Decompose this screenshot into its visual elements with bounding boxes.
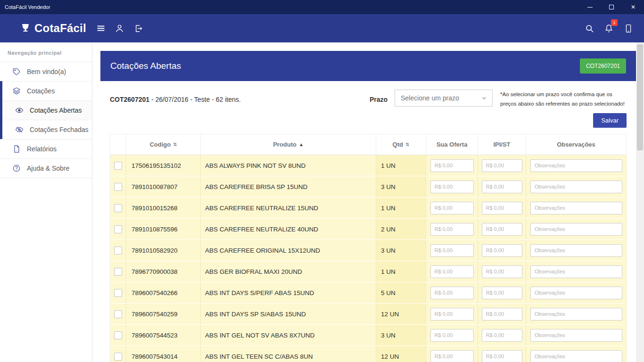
menu-icon[interactable] (95, 23, 107, 34)
offer-input[interactable] (430, 244, 474, 257)
row-ipi-cell (478, 197, 526, 218)
obs-input[interactable] (530, 287, 622, 299)
row-checkbox[interactable] (114, 162, 122, 170)
prazo-note: *Ao selecionar um prazo você confirma qu… (500, 90, 627, 108)
notification-badge: 1 (611, 19, 618, 26)
ipi-input[interactable] (482, 181, 522, 193)
column-label: Sua Oferta (437, 141, 468, 148)
offer-input[interactable] (430, 223, 474, 236)
table-header-observacoes: Observações (526, 134, 627, 155)
table-header-select (110, 134, 126, 155)
row-qtd: 5 UN (376, 282, 426, 303)
row-checkbox[interactable] (114, 268, 122, 276)
table-header-qtd[interactable]: Qtd ⇅ (376, 134, 426, 155)
row-checkbox[interactable] (114, 331, 122, 339)
obs-input[interactable] (530, 223, 622, 236)
ipi-input[interactable] (482, 329, 522, 342)
page-title: Cotações Abertas (110, 61, 181, 71)
offer-input[interactable] (430, 287, 474, 299)
sort-icon: ⇅ (173, 142, 177, 147)
row-checkbox[interactable] (114, 247, 122, 255)
sidebar-item-label: Cotações Abertas (30, 107, 82, 114)
sidebar-item-cotacoes[interactable]: Cotações (2, 81, 92, 100)
obs-input[interactable] (530, 329, 622, 342)
save-button[interactable]: Salvar (593, 113, 627, 128)
row-produto: ABS CAREFREE NEUTRALIZE 15UND (201, 197, 376, 218)
row-checkbox[interactable] (114, 289, 122, 297)
row-checkbox[interactable] (114, 225, 122, 233)
row-ipi-cell (478, 346, 526, 362)
obs-input[interactable] (530, 181, 622, 193)
row-ipi-cell (478, 261, 526, 282)
offer-input[interactable] (430, 265, 474, 278)
sidebar-item-ajuda-sobre[interactable]: Ajuda & Sobre (0, 158, 92, 178)
table-row: 7896007540266 ABS INT DAYS S/PERF ABAS 1… (110, 282, 627, 304)
table-header-codigo[interactable]: Codigo ⇅ (126, 134, 201, 155)
brand-name: CotaFácil (34, 22, 86, 35)
search-icon[interactable] (584, 23, 595, 34)
obs-input[interactable] (530, 265, 622, 278)
offer-input[interactable] (430, 308, 474, 321)
row-qtd: 12 UN (376, 346, 426, 362)
column-label: Codigo (149, 141, 171, 148)
row-offer-cell (426, 325, 478, 346)
user-icon[interactable] (114, 23, 125, 34)
mobile-icon[interactable] (622, 23, 634, 34)
row-checkbox[interactable] (114, 310, 122, 318)
sidebar-item-cotacoes-fechadas[interactable]: Cotações Fechadas (2, 120, 92, 139)
prazo-select[interactable]: Selecione um prazo (395, 90, 493, 107)
sidebar-item-bem-vindo[interactable]: Bem vindo(a) (0, 62, 92, 81)
maximize-button[interactable] (601, 0, 622, 14)
row-offer-cell (426, 219, 478, 239)
obs-input[interactable] (530, 308, 622, 321)
row-produto: ABS CAREFREE BRISA SP 15UND (201, 176, 376, 197)
row-qtd: 3 UN (376, 240, 426, 261)
prazo-select-value: Selecione um prazo (401, 94, 459, 102)
ipi-input[interactable] (482, 350, 522, 362)
offer-input[interactable] (430, 202, 474, 214)
help-icon (12, 164, 21, 173)
ipi-input[interactable] (482, 223, 522, 236)
offer-input[interactable] (430, 181, 474, 193)
ipi-input[interactable] (482, 308, 522, 321)
scrollbar-track[interactable] (636, 42, 644, 362)
logout-icon[interactable] (132, 23, 144, 34)
scrollbar-thumb[interactable] (637, 44, 643, 150)
table-row: 7896007544523 ABS INT GEL NOT SV ABAS 8X… (110, 325, 627, 346)
offer-input[interactable] (430, 350, 474, 362)
sidebar-item-relatorios[interactable]: Relatórios (0, 139, 92, 158)
row-produto: ABS INT GEL TEEN SC C/ABAS 8UN (201, 346, 376, 362)
header-nav (95, 14, 144, 42)
offer-input[interactable] (430, 159, 474, 172)
row-produto: ABS INT DAYS S/PERF ABAS 15UND (201, 282, 376, 303)
row-obs-cell (526, 304, 627, 324)
ipi-input[interactable] (482, 202, 522, 214)
ipi-input[interactable] (482, 265, 522, 278)
ipi-input[interactable] (482, 244, 522, 257)
offer-input[interactable] (430, 329, 474, 342)
row-select-cell (110, 176, 126, 197)
table-header-ipi-st: IPI/ST (478, 134, 526, 155)
row-checkbox[interactable] (114, 353, 122, 361)
obs-input[interactable] (530, 202, 622, 214)
obs-input[interactable] (530, 244, 622, 257)
ipi-input[interactable] (482, 159, 522, 172)
notifications-icon[interactable]: 1 (603, 23, 615, 34)
minimize-button[interactable] (579, 0, 601, 14)
sidebar-item-cotacoes-abertas[interactable]: Cotações Abertas (2, 100, 92, 120)
row-checkbox[interactable] (114, 183, 122, 191)
table-row: 7891010087807 ABS CAREFREE BRISA SP 15UN… (110, 176, 627, 197)
close-button[interactable]: ✕ (622, 0, 644, 14)
row-offer-cell (426, 176, 478, 197)
obs-input[interactable] (530, 159, 622, 172)
row-ipi-cell (478, 176, 526, 197)
quotation-code-button[interactable]: COT2607201 (580, 58, 626, 74)
ipi-input[interactable] (482, 287, 522, 299)
row-select-cell (110, 155, 126, 176)
obs-input[interactable] (530, 350, 622, 362)
table-header-produto[interactable]: Produto ▲ (201, 134, 376, 155)
row-offer-cell (426, 282, 478, 303)
row-codigo: 7896007540266 (126, 282, 201, 303)
row-checkbox[interactable] (114, 204, 122, 212)
row-produto: ABS CAREFREE ORIGINAL 15X12UND (201, 240, 376, 261)
